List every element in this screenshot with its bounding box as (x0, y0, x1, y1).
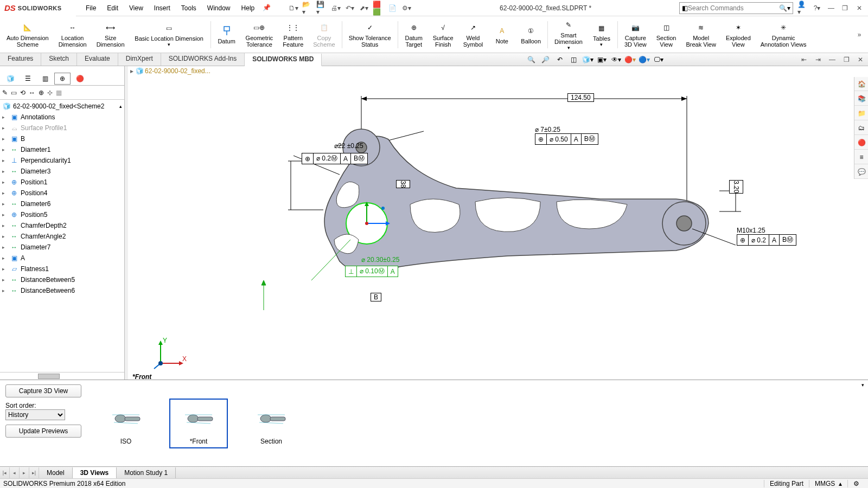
dim-d2030[interactable]: ⌀ 20.30±0.25 (361, 256, 399, 264)
tab-addins[interactable]: SOLIDWORKS Add-Ins (161, 53, 245, 66)
tree-item-position1[interactable]: ▸⊕Position1 (0, 177, 124, 188)
view-thumb-section[interactable]: Section (243, 400, 299, 447)
fm-tool-6-icon[interactable]: ⊹ (47, 89, 53, 97)
note-button[interactable]: ANote (489, 18, 514, 52)
tables-button[interactable]: ▦Tables▾ (589, 18, 614, 52)
capture-3d-view-panel-button[interactable]: Capture 3D View (5, 384, 81, 397)
auto-dimension-scheme-button[interactable]: 📐Auto Dimension Scheme (3, 18, 52, 52)
save-icon[interactable]: 💾▾ (316, 3, 327, 14)
tab-evaluate[interactable]: Evaluate (77, 53, 118, 66)
taskpane-view-palette-icon[interactable]: 🗂 (854, 121, 868, 135)
capture-3d-view-button[interactable]: 📷Capture 3D View (621, 18, 650, 52)
model-break-view-button[interactable]: ≋Model Break View (682, 18, 719, 52)
expand-icon[interactable]: ▸ (2, 212, 8, 217)
popout-right-icon[interactable]: ⇥ (813, 54, 824, 65)
section-view-button[interactable]: ◫Section View (653, 18, 680, 52)
tree-item-diameter3[interactable]: ▸↔Diameter3 (0, 166, 124, 177)
expand-icon[interactable]: ▸ (2, 190, 8, 196)
fm-tab-property[interactable]: ☰ (20, 73, 36, 85)
geometric-tolerance-button[interactable]: ▭⊕Geometric Tolerance (242, 18, 277, 52)
graphics-area[interactable]: ▸ 🧊62-02-9000-02_fixed... 🏠 📚 📁 🗂 🔴 ≡ 💬 (128, 66, 868, 380)
datum-button[interactable]: Datum (214, 18, 239, 52)
dim-d7[interactable]: ⌀ 7±0.25 (535, 126, 598, 133)
location-dimension-button[interactable]: ↔Location Dimension (55, 18, 90, 52)
fm-tab-config[interactable]: ▥ (37, 73, 53, 85)
gfx-close-icon[interactable]: ✕ (855, 54, 866, 65)
expand-icon[interactable]: ▸ (2, 255, 8, 261)
expand-icon[interactable]: ▸ (2, 169, 8, 174)
smart-dimension-button[interactable]: ✎Smart Dimension▾ (551, 18, 586, 52)
fm-tool-5-icon[interactable]: ⊕ (39, 89, 44, 97)
fcf-d7[interactable]: ⊕⌀ 0.50ABⓂ (535, 133, 598, 145)
gfx-minimize-icon[interactable]: — (827, 54, 838, 65)
appearance-icon[interactable]: 🔴▾ (624, 54, 636, 66)
dim-m10[interactable]: M10x1.25 (737, 227, 796, 234)
taskpane-custom-props-icon[interactable]: ≡ (854, 150, 868, 164)
taskpane-forum-icon[interactable]: 💬 (854, 165, 868, 179)
tree-item-diameter6[interactable]: ▸↔Diameter6 (0, 198, 124, 209)
menu-tools[interactable]: Tools (177, 2, 201, 14)
tab-sketch[interactable]: Sketch (41, 53, 77, 66)
display-style-icon[interactable]: ▣▾ (596, 54, 608, 66)
tree-item-perpendicularity1[interactable]: ▸⊥Perpendicularity1 (0, 155, 124, 166)
search-input[interactable] (688, 4, 779, 12)
tab-mbd[interactable]: SOLIDWORKS MBD (245, 54, 322, 66)
menu-insert[interactable]: Insert (150, 2, 175, 14)
view-settings-icon[interactable]: 🖵▾ (653, 54, 665, 66)
pattern-feature-button[interactable]: ⋮⋮Pattern Feature (279, 18, 307, 52)
view-orient-icon[interactable]: 🧊▾ (582, 54, 594, 66)
minimize-icon[interactable]: — (826, 3, 837, 14)
menu-edit[interactable]: Edit (103, 2, 123, 14)
tab-nav-prev-icon[interactable]: ◂ (10, 467, 20, 478)
tree-item-a[interactable]: ▸▣A (0, 253, 124, 264)
ribbon-overflow-icon[interactable]: » (854, 29, 865, 40)
close-icon[interactable]: ✕ (854, 3, 865, 14)
balloon-button[interactable]: ①Balloon (518, 18, 544, 52)
tree-item-diameter1[interactable]: ▸↔Diameter1 (0, 144, 124, 155)
zoom-area-icon[interactable]: 🔎 (540, 54, 552, 66)
tab-nav-first-icon[interactable]: |◂ (0, 467, 10, 478)
fm-tab-feature-tree[interactable]: 🧊 (2, 73, 18, 85)
tab-dimxpert[interactable]: DimXpert (118, 53, 161, 66)
bottom-tab-3dviews[interactable]: 3D Views (73, 467, 117, 478)
new-icon[interactable]: 🗋▾ (288, 3, 299, 14)
fm-tool-4-icon[interactable]: ↔ (29, 89, 35, 97)
scene-icon[interactable]: 🔵▾ (639, 54, 650, 66)
menu-view[interactable]: View (125, 2, 148, 14)
fm-tab-display[interactable]: 🔴 (72, 73, 88, 85)
pin-icon[interactable]: 📌 (261, 2, 272, 13)
dimxpert-tree[interactable]: 🧊 62-02-9000-02_fixed<Scheme2 ▴ ▸▣Annota… (0, 100, 124, 372)
dim-38[interactable]: 38 (396, 180, 410, 188)
fm-tool-2-icon[interactable]: ▭ (11, 89, 17, 97)
fcf-perpendicularity[interactable]: ⊥⌀ 0.10ⓂA (345, 266, 398, 277)
dynamic-annotation-views-button[interactable]: ✳Dynamic Annotation Views (757, 18, 810, 52)
search-scope-icon[interactable]: ◧ (682, 4, 688, 12)
bottom-tab-model[interactable]: Model (39, 467, 73, 478)
tree-item-chamferdepth2[interactable]: ▸↔ChamferDepth2 (0, 220, 124, 231)
surface-finish-button[interactable]: √Surface Finish (430, 18, 457, 52)
dim-320[interactable]: 3.20 (729, 180, 743, 194)
taskpane-appearances-icon[interactable]: 🔴 (854, 136, 868, 150)
menu-help[interactable]: Help (237, 2, 259, 14)
expand-icon[interactable]: ▸ (2, 277, 8, 282)
world-axis-triad[interactable]: Y X (150, 336, 188, 374)
settings-icon[interactable]: ⚙▾ (401, 3, 412, 14)
weld-symbol-button[interactable]: ↗Weld Symbol (460, 18, 487, 52)
expand-icon[interactable]: ▸ (2, 223, 8, 228)
fm-tool-7-icon[interactable]: ▦ (56, 89, 62, 97)
basic-location-dimension-button[interactable]: ▭Basic Location Dimension▾ (131, 18, 207, 52)
prev-view-icon[interactable]: ↶ (554, 54, 566, 66)
datum-target-button[interactable]: ⊕Datum Target (401, 18, 426, 52)
undo-icon[interactable]: ↶▾ (344, 3, 355, 14)
expand-icon[interactable]: ▸ (2, 158, 8, 163)
expand-icon[interactable]: ▸ (2, 179, 8, 185)
select-icon[interactable]: ⬈▾ (359, 3, 369, 14)
show-tolerance-status-button[interactable]: ✓Show Tolerance Status (346, 18, 394, 52)
fcf-m10[interactable]: ⊕⌀ 0.2ABⓂ (737, 234, 796, 246)
expand-icon[interactable]: ▸ (2, 234, 8, 239)
tree-item-position4[interactable]: ▸⊕Position4 (0, 188, 124, 198)
tree-hscroll[interactable] (0, 372, 124, 380)
open-icon[interactable]: 📂▾ (302, 3, 313, 14)
fm-tab-dimxpert[interactable]: ⊕ (54, 73, 71, 85)
search-icon[interactable]: 🔍▾ (779, 4, 790, 12)
